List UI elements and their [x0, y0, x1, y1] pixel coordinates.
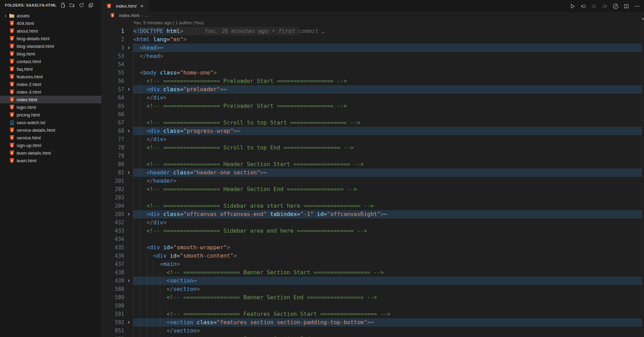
code-line-57[interactable]: 57›<div class="preloader">⋯	[102, 85, 644, 94]
code-text[interactable]: <div class="preloader">⋯	[133, 85, 644, 94]
explorer-item-team.html[interactable]: 5team.html	[0, 157, 101, 164]
chevron-right-icon[interactable]: ›	[3, 13, 8, 18]
code-text[interactable]: <!-- ================= Features Section …	[133, 335, 644, 337]
explorer-item-index.html[interactable]: 5index.html	[0, 96, 101, 103]
fold-chevron-icon[interactable]: ›	[124, 277, 133, 285]
code-text[interactable]	[133, 152, 644, 160]
code-text[interactable]: </section>	[133, 285, 644, 293]
code-line-435[interactable]: 435<div id="smooth-wrapper">	[102, 243, 644, 252]
explorer-item-assets[interactable]: ›assets	[0, 12, 101, 19]
fold-chevron-icon[interactable]: ›	[124, 318, 133, 327]
code-text[interactable]: <div class="progress-wrap">⋯	[133, 127, 644, 135]
code-line-77[interactable]: 77</div>	[102, 135, 644, 144]
code-text[interactable]	[133, 110, 644, 119]
explorer-item-pricing.html[interactable]: 5pricing.html	[0, 111, 101, 119]
explorer-item-index-2.html[interactable]: 5index-2.html	[0, 80, 101, 88]
code-line-436[interactable]: 436<div id="smooth-content">	[102, 252, 644, 260]
code-text[interactable]: </div>	[133, 94, 644, 102]
code-line-205[interactable]: 205›<div class="offcanvas offcanvas-end"…	[102, 210, 644, 218]
code-text[interactable]: <!-- ================= Features Section …	[133, 310, 644, 318]
explorer-item-blog.html[interactable]: 5blog.html	[0, 50, 101, 58]
code-line-79[interactable]: 79	[102, 152, 644, 160]
code-line-432[interactable]: 432</div>	[102, 218, 644, 227]
explorer-item-service.html[interactable]: 5service.html	[0, 134, 101, 141]
code-line-78[interactable]: 78<!-- ================= Scroll to top E…	[102, 144, 644, 152]
code-line-203[interactable]: 203	[102, 193, 644, 202]
code-line-80[interactable]: 80<!-- ================= Header Section …	[102, 160, 644, 168]
code-line-204[interactable]: 204<!-- ================= Sidebar area s…	[102, 202, 644, 210]
code-text[interactable]: <main>	[133, 260, 644, 268]
code-line-201[interactable]: 201</header>	[102, 177, 644, 185]
code-text[interactable]: <!-- ================= Preloader Start =…	[133, 102, 644, 110]
code-line-588[interactable]: 588</section>	[102, 285, 644, 293]
explorer-item-features.html[interactable]: 5features.html	[0, 73, 101, 80]
code-line-54[interactable]: 54	[102, 60, 644, 69]
split-editor-icon[interactable]	[623, 3, 630, 10]
code-line-1[interactable]: 1<!DOCTYPE html>You, 26 minutes ago • fi…	[102, 27, 644, 35]
code-line-67[interactable]: 67<!-- ================= Scroll to top S…	[102, 119, 644, 127]
code-line-952[interactable]: 952<!-- ================= Features Secti…	[102, 335, 644, 337]
breadcrumb-symbol[interactable]: ...	[145, 13, 148, 18]
nav-current-icon[interactable]	[591, 3, 598, 10]
fold-chevron-icon[interactable]: ›	[124, 210, 133, 218]
code-text[interactable]: </section>	[133, 327, 644, 335]
code-text[interactable]: </header>	[133, 177, 644, 185]
explorer-item-about.html[interactable]: 5about.html	[0, 27, 101, 35]
code-text[interactable]: <!-- ================= Scroll to top Sta…	[133, 119, 644, 127]
code-text[interactable]: <section class="features section section…	[133, 318, 644, 327]
code-text[interactable]: <!-- ================= Sidebar area star…	[133, 202, 644, 210]
explorer-item-sign-up.html[interactable]: 5sign-up.html	[0, 141, 101, 149]
code-line-202[interactable]: 202<!-- ================= Header Section…	[102, 185, 644, 193]
fold-chevron-icon[interactable]: ›	[124, 127, 133, 135]
explorer-item-index-3.html[interactable]: 5index-3.html	[0, 88, 101, 96]
code-text[interactable]: <!-- ================= Banner Section En…	[133, 293, 644, 302]
new-folder-icon[interactable]	[69, 2, 76, 9]
gitlens-authors-codelens[interactable]: You, 5 minutes ago | 1 author (You)	[102, 19, 644, 27]
code-text[interactable]: <div id="smooth-content">	[133, 252, 644, 260]
code-line-81[interactable]: 81›<header class="header-one section">⋯	[102, 168, 644, 177]
code-text[interactable]	[133, 60, 644, 69]
code-line-439[interactable]: 439›<section⋯	[102, 277, 644, 285]
code-text[interactable]: <!-- ================= Header Section St…	[133, 160, 644, 168]
overview-ruler[interactable]	[642, 12, 644, 337]
code-text[interactable]: <!-- ================= Scroll to top End…	[133, 144, 644, 152]
code-line-53[interactable]: 53</head>	[102, 52, 644, 60]
code-line-438[interactable]: 438<!-- ================= Banner Section…	[102, 268, 644, 277]
code-line-592[interactable]: 592›<section class="features section sec…	[102, 318, 644, 327]
explorer-item-blog-standard.html[interactable]: 5blog-standard.html	[0, 42, 101, 50]
run-icon[interactable]	[569, 3, 576, 10]
code-text[interactable]: </div>	[133, 218, 644, 227]
code-text[interactable]: <div id="smooth-wrapper">	[133, 243, 644, 252]
code-text[interactable]: <!-- ================= Banner Section St…	[133, 268, 644, 277]
code-text[interactable]: </head>	[133, 52, 644, 60]
code-text[interactable]	[133, 302, 644, 310]
code-line-64[interactable]: 64</div>	[102, 94, 644, 102]
explorer-item-login.html[interactable]: 5login.html	[0, 103, 101, 111]
code-line-55[interactable]: 55<body class="home-one">	[102, 69, 644, 77]
code-editor[interactable]: You, 5 minutes ago | 1 author (You)1<!DO…	[102, 19, 644, 337]
breadcrumb-file[interactable]: index.html	[119, 13, 139, 18]
code-text[interactable]: <div class="offcanvas offcanvas-end" tab…	[133, 210, 644, 218]
nav-back-icon[interactable]	[580, 3, 587, 10]
fold-chevron-icon[interactable]: ›	[124, 44, 133, 52]
new-file-icon[interactable]	[59, 2, 66, 9]
code-text[interactable]: <section⋯	[133, 277, 644, 285]
fold-chevron-icon[interactable]: ›	[124, 85, 133, 94]
explorer-item-blog-details.html[interactable]: 5blog-details.html	[0, 35, 101, 42]
code-line-2[interactable]: 2<html lang="en">	[102, 35, 644, 44]
code-text[interactable]: <!-- ================= Sidebar area end …	[133, 227, 644, 235]
code-line-68[interactable]: 68›<div class="progress-wrap">⋯	[102, 127, 644, 135]
code-line-590[interactable]: 590	[102, 302, 644, 310]
more-actions-icon[interactable]	[634, 3, 641, 10]
code-text[interactable]: <html lang="en">	[133, 35, 644, 44]
fold-chevron-icon[interactable]: ›	[124, 168, 133, 177]
code-text[interactable]: </div>	[133, 135, 644, 144]
code-line-66[interactable]: 66	[102, 110, 644, 119]
code-line-589[interactable]: 589<!-- ================= Banner Section…	[102, 293, 644, 302]
nav-forward-icon[interactable]	[601, 3, 608, 10]
code-text[interactable]: <header class="header-one section">⋯	[133, 168, 644, 177]
close-tab-icon[interactable]: ×	[139, 4, 145, 9]
explorer-item-404.html[interactable]: 5404.html	[0, 19, 101, 27]
explorer-item-sass-watch.txt[interactable]: sass-watch.txt	[0, 119, 101, 126]
tab-index-html[interactable]: 5 index.html ×	[102, 0, 148, 12]
